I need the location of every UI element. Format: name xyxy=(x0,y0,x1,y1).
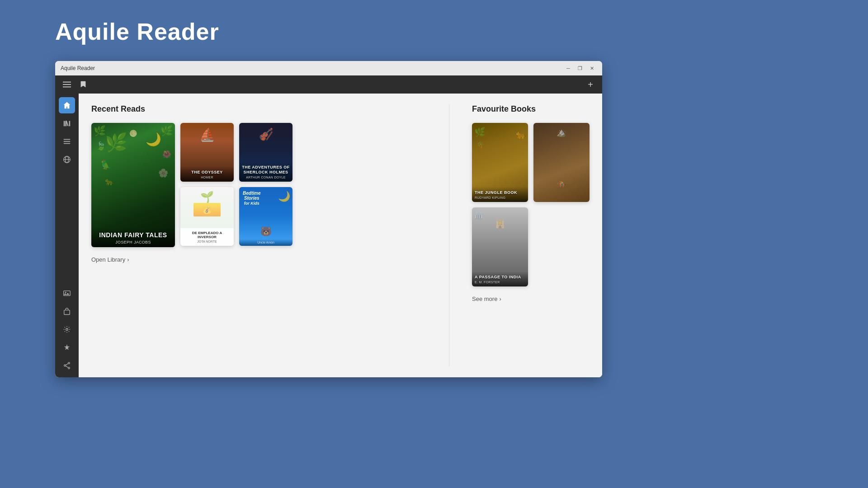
book-card-bedtime[interactable]: BedtimeStoriesfor Kids 🌙 🐻 Uncle Amón xyxy=(239,187,292,246)
svg-line-20 xyxy=(66,366,68,368)
book-card-passage-india[interactable]: 🏛️ 🕌 A PASSAGE TO INDIA E. M. FORSTER xyxy=(472,207,528,286)
section-divider xyxy=(449,104,449,366)
book-title-jungle-book: THE JUNGLE BOOK xyxy=(475,190,525,195)
svg-rect-1 xyxy=(63,84,71,85)
book-card-empleado[interactable]: 🌱 💰 DE EMPLEADO A INVERSOR JOTA NORTE xyxy=(180,187,234,246)
book-card-adventure[interactable]: 🏔️ 🏇 xyxy=(533,123,590,202)
svg-point-13 xyxy=(65,292,66,293)
favourite-books-title: Favourite Books xyxy=(472,104,590,114)
toolbar: + xyxy=(55,75,602,94)
book-title-passage-india: A PASSAGE TO INDIA xyxy=(475,275,525,280)
book-author-sherlock: ARTHUR CONAN DOYLE xyxy=(242,176,290,179)
svg-point-18 xyxy=(64,365,66,366)
book-title-sherlock: THE ADVENTURES OF SHERLOCK HOLMES xyxy=(242,165,290,175)
sidebar xyxy=(55,94,79,377)
svg-rect-14 xyxy=(64,310,70,314)
app-title: Aquile Reader xyxy=(55,18,219,45)
sidebar-item-bag[interactable] xyxy=(59,303,75,319)
book-author-jungle-book: RUDYARD KIPLING xyxy=(475,196,525,199)
add-button[interactable]: + xyxy=(584,78,597,91)
favourite-books-section: Favourite Books 🌿 🐆 🌴 THE JUNGLE BOOK xyxy=(472,104,590,366)
svg-rect-3 xyxy=(64,121,65,127)
recent-reads-section: Recent Reads 🌕 🌿 🌿 🍃 🌺 � xyxy=(91,104,426,366)
svg-rect-6 xyxy=(64,139,70,140)
titlebar: Aquile Reader ─ ❐ ✕ xyxy=(55,61,602,75)
sidebar-item-list[interactable] xyxy=(59,133,75,150)
svg-line-19 xyxy=(66,364,68,366)
main-window: Aquile Reader ─ ❐ ✕ + xyxy=(55,61,602,377)
svg-rect-12 xyxy=(64,291,70,296)
svg-point-17 xyxy=(68,367,70,369)
book-title-indian-fairy-tales: INDIAN FAIRY TALES xyxy=(94,231,172,239)
sidebar-item-library[interactable] xyxy=(59,115,75,131)
svg-rect-2 xyxy=(63,87,71,88)
bookmark-button[interactable] xyxy=(77,78,90,91)
svg-point-15 xyxy=(66,328,68,331)
app-title-area: Aquile Reader xyxy=(55,18,219,45)
minimize-button[interactable]: ─ xyxy=(563,63,573,73)
main-panel: Recent Reads 🌕 🌿 🌿 🍃 🌺 � xyxy=(79,94,602,377)
recent-reads-title: Recent Reads xyxy=(91,104,426,114)
window-title: Aquile Reader xyxy=(61,65,563,71)
sidebar-item-globe[interactable] xyxy=(59,151,75,168)
book-title-empleado: DE EMPLEADO A INVERSOR xyxy=(183,231,231,239)
favourite-books-footer: See more › xyxy=(472,296,590,302)
sidebar-item-spark[interactable] xyxy=(59,339,75,356)
book-author-odyssey: HOMER xyxy=(183,176,231,179)
sidebar-item-image[interactable] xyxy=(59,285,75,301)
book-card-odyssey[interactable]: ⛵ THE ODYSSEY HOMER xyxy=(180,123,234,182)
svg-rect-8 xyxy=(64,143,70,144)
book-author-passage-india: E. M. FORSTER xyxy=(475,281,525,284)
recent-reads-footer: Open Library › xyxy=(91,256,426,263)
sidebar-item-settings[interactable] xyxy=(59,321,75,338)
close-button[interactable]: ✕ xyxy=(587,63,597,73)
book-card-sherlock[interactable]: 🎻 THE ADVENTURES OF SHERLOCK HOLMES ARTH… xyxy=(239,123,292,182)
svg-rect-5 xyxy=(69,121,71,127)
titlebar-controls: ─ ❐ ✕ xyxy=(563,63,597,73)
menu-button[interactable] xyxy=(61,78,73,91)
book-title-odyssey: THE ODYSSEY xyxy=(183,170,231,175)
svg-rect-7 xyxy=(64,141,70,142)
restore-button[interactable]: ❐ xyxy=(575,63,585,73)
sidebar-item-share[interactable] xyxy=(59,357,75,374)
sidebar-item-home[interactable] xyxy=(59,97,75,113)
open-library-link[interactable]: Open Library › xyxy=(91,256,426,263)
book-card-indian-fairy-tales[interactable]: 🌕 🌿 🌿 🍃 🌺 🦜 🐆 🌸 INDIAN FAIRY TALES xyxy=(91,123,175,247)
see-more-link[interactable]: See more › xyxy=(472,296,590,302)
book-author-indian-fairy-tales: JOSEPH JACOBS xyxy=(94,240,172,244)
book-card-jungle-book[interactable]: 🌿 🐆 🌴 THE JUNGLE BOOK RUDYARD KIPLING xyxy=(472,123,528,202)
content-area: Recent Reads 🌕 🌿 🌿 🍃 🌺 � xyxy=(55,94,602,377)
svg-point-16 xyxy=(68,362,70,364)
book-author-empleado: JOTA NORTE xyxy=(183,240,231,243)
svg-rect-0 xyxy=(63,82,71,83)
book-author-bedtime: Uncle Amón xyxy=(241,241,291,244)
